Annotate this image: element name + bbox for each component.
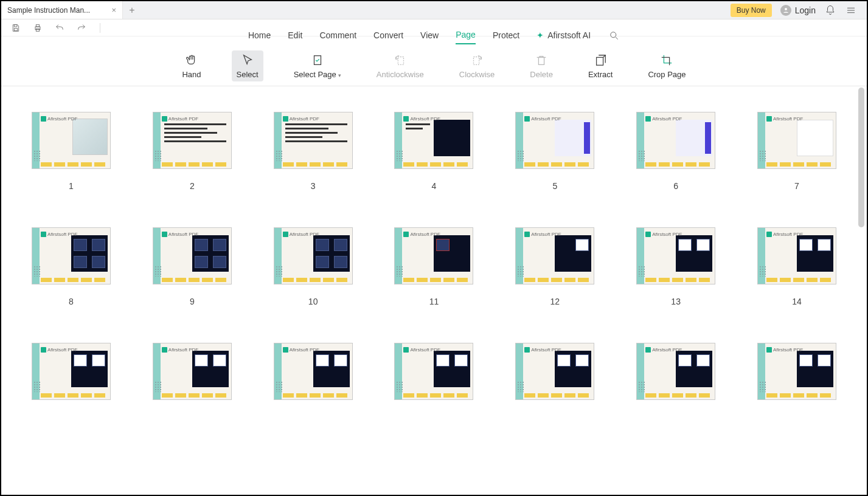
- watermark: Afirstsoft PDF: [645, 347, 682, 353]
- page-thumbnail[interactable]: Afirstsoft PDF4: [388, 112, 479, 191]
- watermark: Afirstsoft PDF: [403, 347, 440, 353]
- page-number-label: 14: [792, 297, 802, 306]
- page-thumbnail[interactable]: Afirstsoft PDF14: [751, 227, 842, 306]
- page-thumbnail[interactable]: Afirstsoft PDF: [630, 343, 721, 412]
- menu-comment[interactable]: Comment: [319, 27, 356, 44]
- menu-page[interactable]: Page: [456, 26, 476, 44]
- menu-edit[interactable]: Edit: [288, 27, 302, 44]
- page-thumbnail-image[interactable]: Afirstsoft PDF: [515, 112, 594, 169]
- page-thumbnail[interactable]: Afirstsoft PDF10: [268, 227, 359, 306]
- menu-icon[interactable]: [845, 4, 857, 16]
- page-toolbar: Hand Select Select Page▾ Anticlockwise C…: [1, 47, 867, 86]
- page-thumbnail[interactable]: Afirstsoft PDF6: [630, 112, 721, 191]
- document-tab[interactable]: Sample Instruction Man... ×: [1, 1, 123, 19]
- page-thumbnail[interactable]: Afirstsoft PDF: [26, 343, 117, 412]
- buy-now-button[interactable]: Buy Now: [731, 4, 772, 17]
- login-button[interactable]: Login: [780, 5, 816, 16]
- ai-sparkle-icon: ✦: [536, 30, 544, 40]
- page-thumbnail-image[interactable]: Afirstsoft PDF: [32, 112, 111, 169]
- page-thumbnail-image[interactable]: Afirstsoft PDF: [32, 343, 111, 400]
- page-thumbnail[interactable]: Afirstsoft PDF: [268, 343, 359, 412]
- tool-clockwise[interactable]: Clockwise: [454, 50, 500, 81]
- watermark: Afirstsoft PDF: [283, 347, 319, 353]
- login-label: Login: [795, 5, 816, 15]
- page-number-label: 10: [308, 297, 318, 306]
- page-thumbnail[interactable]: Afirstsoft PDF7: [751, 112, 842, 191]
- page-thumbnail-image[interactable]: Afirstsoft PDF: [394, 112, 473, 169]
- page-thumbnail[interactable]: Afirstsoft PDF1: [26, 112, 117, 191]
- extract-icon: [592, 53, 608, 67]
- page-thumbnail[interactable]: Afirstsoft PDF3: [268, 112, 359, 191]
- page-thumbnail[interactable]: Afirstsoft PDF2: [147, 112, 238, 191]
- page-thumbnail[interactable]: Afirstsoft PDF9: [147, 227, 238, 306]
- page-thumbnail-image[interactable]: Afirstsoft PDF: [757, 112, 836, 169]
- page-thumbnail-image[interactable]: Afirstsoft PDF: [274, 343, 353, 400]
- page-thumbnail-image[interactable]: Afirstsoft PDF: [636, 343, 715, 400]
- watermark: Afirstsoft PDF: [524, 232, 561, 237]
- tool-crop[interactable]: Crop Page: [643, 50, 690, 81]
- page-thumbnail-image[interactable]: Afirstsoft PDF: [274, 112, 353, 169]
- notification-icon[interactable]: [824, 4, 836, 16]
- watermark: Afirstsoft PDF: [162, 232, 198, 237]
- page-thumbnail[interactable]: Afirstsoft PDF: [509, 343, 600, 412]
- page-thumbnail[interactable]: Afirstsoft PDF5: [509, 112, 600, 191]
- page-thumbnail[interactable]: Afirstsoft PDF: [751, 343, 842, 412]
- close-tab-icon[interactable]: ×: [111, 5, 116, 15]
- scroll-thumb[interactable]: [858, 88, 864, 227]
- page-thumbnail-image[interactable]: Afirstsoft PDF: [153, 343, 232, 400]
- page-thumbnail-image[interactable]: Afirstsoft PDF: [636, 112, 715, 169]
- page-thumbnail[interactable]: Afirstsoft PDF: [388, 343, 479, 412]
- page-thumbnail-image[interactable]: Afirstsoft PDF: [757, 227, 836, 284]
- select-page-icon: [310, 53, 325, 67]
- tool-extract-label: Extract: [588, 70, 613, 79]
- page-thumbnail[interactable]: Afirstsoft PDF8: [26, 227, 117, 306]
- watermark: Afirstsoft PDF: [41, 347, 77, 353]
- watermark: Afirstsoft PDF: [524, 116, 561, 122]
- page-thumbnail-image[interactable]: Afirstsoft PDF: [32, 227, 111, 284]
- page-number-label: 11: [429, 297, 439, 306]
- page-thumbnail-image[interactable]: Afirstsoft PDF: [153, 112, 232, 169]
- search-icon[interactable]: [608, 29, 620, 41]
- page-number-label: 6: [673, 181, 678, 191]
- page-thumbnail-image[interactable]: Afirstsoft PDF: [153, 227, 232, 284]
- page-thumbnail[interactable]: Afirstsoft PDF12: [509, 227, 600, 306]
- tool-delete[interactable]: Delete: [525, 50, 558, 81]
- watermark: Afirstsoft PDF: [403, 232, 440, 237]
- page-number-label: 1: [69, 181, 74, 191]
- tool-select[interactable]: Select: [232, 50, 263, 81]
- page-thumbnail-image[interactable]: Afirstsoft PDF: [515, 343, 594, 400]
- tool-anticlockwise[interactable]: Anticlockwise: [372, 50, 429, 81]
- menu-protect[interactable]: Protect: [493, 27, 519, 44]
- page-thumbnail-image[interactable]: Afirstsoft PDF: [636, 227, 715, 284]
- svg-line-10: [616, 37, 618, 40]
- watermark: Afirstsoft PDF: [524, 347, 561, 353]
- trash-icon: [533, 53, 549, 67]
- page-thumbnail[interactable]: Afirstsoft PDF: [147, 343, 238, 412]
- menu-home[interactable]: Home: [248, 27, 271, 44]
- titlebar: Sample Instruction Man... × + Buy Now Lo…: [1, 1, 867, 19]
- new-tab-button[interactable]: +: [123, 1, 141, 19]
- page-thumbnail-image[interactable]: Afirstsoft PDF: [274, 227, 353, 284]
- menu-view[interactable]: View: [420, 27, 439, 44]
- page-thumbnail-image[interactable]: Afirstsoft PDF: [757, 343, 836, 400]
- vertical-scrollbar[interactable]: [858, 88, 866, 494]
- page-thumbnail-image[interactable]: Afirstsoft PDF: [515, 227, 594, 284]
- menu-convert[interactable]: Convert: [373, 27, 403, 44]
- watermark: Afirstsoft PDF: [162, 116, 198, 122]
- watermark: Afirstsoft PDF: [766, 232, 803, 237]
- watermark: Afirstsoft PDF: [766, 116, 803, 122]
- watermark: Afirstsoft PDF: [162, 347, 198, 353]
- svg-point-9: [611, 32, 616, 38]
- page-thumbnail[interactable]: Afirstsoft PDF13: [630, 227, 721, 306]
- tool-select-page[interactable]: Select Page▾: [289, 50, 346, 81]
- page-thumbnail[interactable]: Afirstsoft PDF11: [388, 227, 479, 306]
- page-thumbnail-image[interactable]: Afirstsoft PDF: [394, 227, 473, 284]
- page-thumbnail-image[interactable]: Afirstsoft PDF: [394, 343, 473, 400]
- page-number-label: 4: [432, 181, 437, 191]
- page-number-label: 9: [190, 297, 195, 306]
- tool-hand[interactable]: Hand: [177, 50, 206, 81]
- menu-ai[interactable]: ✦ Afirstsoft AI: [536, 27, 591, 44]
- svg-rect-12: [398, 57, 403, 65]
- tool-clockwise-label: Clockwise: [459, 70, 495, 79]
- tool-extract[interactable]: Extract: [583, 50, 617, 81]
